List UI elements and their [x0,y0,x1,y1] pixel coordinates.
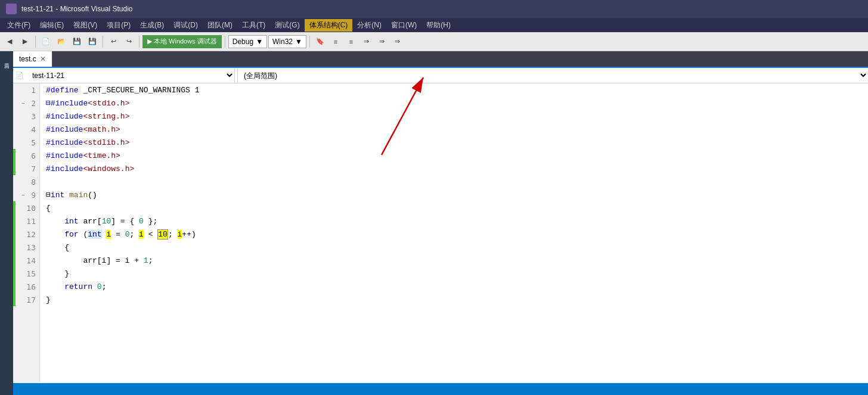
menu-test[interactable]: 测试(G) [270,19,304,32]
debug-config-arrow: ▼ [256,38,263,46]
debug-config-dropdown[interactable]: Debug ▼ [228,35,267,48]
toolbar-sep-1 [35,36,36,48]
menu-team[interactable]: 团队(M) [203,19,237,32]
code-line-8 [40,175,868,188]
navigate-back-btn[interactable]: ◀ [2,35,17,49]
menu-project[interactable]: 项目(P) [102,19,135,32]
title-bar: test-11-21 - Microsoft Visual Studio [0,0,868,18]
code-editor[interactable]: 1 − 2 3 4 5 6 7 8 − 9 1 [13,83,868,395]
align-left-btn[interactable]: ≡ [328,35,343,49]
save-all-btn[interactable]: 💾 [85,35,100,49]
menu-tools[interactable]: 工具(T) [237,19,270,32]
step-btn[interactable]: ⇒ [359,35,374,49]
menu-bar: 文件(F) 编辑(E) 视图(V) 项目(P) 生成(B) 调试(D) 团队(M… [0,18,868,32]
line-num-16: 16 [13,280,39,293]
line-num-11: 11 [13,214,39,228]
code-line-16: return 0; [40,280,868,293]
save-btn[interactable]: 💾 [70,35,84,49]
line-num-3: 3 [13,110,39,123]
line-num-6: 6 [13,149,39,162]
code-line-9: ⊟int main() [40,188,868,201]
bookmark-btn[interactable]: 🔖 [313,35,327,49]
line-num-2: − 2 [13,97,39,110]
line-num-4: 4 [13,123,39,136]
line-num-15: 15 [13,267,39,280]
toolbar-sep-4 [225,36,225,48]
platform-dropdown[interactable]: Win32 ▼ [268,35,306,48]
menu-analyze[interactable]: 分析(N) [352,19,386,32]
line-num-12: 12 [13,228,39,241]
debug-config-label: Debug [232,38,253,46]
redo-btn[interactable]: ↪ [122,35,136,49]
code-line-12: for (int i = 0; i < 10; i++) [40,228,868,241]
code-line-10: { [40,201,868,214]
code-line-14: arr[i] = i + 1; [40,254,868,267]
platform-arrow: ▼ [295,38,302,46]
line-num-10: 10 [13,201,39,214]
file-nav-select[interactable]: test-11-21 [26,68,235,83]
line-num-7: 7 [13,162,39,175]
menu-window[interactable]: 窗口(W) [386,19,421,32]
toolbar-sep-2 [103,36,103,48]
file-icon: 📄 [16,71,24,79]
line-num-8: 8 [13,175,39,188]
debug-label: 本地 Windows 调试器 [154,37,217,46]
nav-bar: 📄 test-11-21 (全局范围) [13,68,868,83]
code-line-5: #include<stdlib.h> [40,136,868,149]
sidebar-toolbox[interactable]: 工具箱 [1,54,12,64]
tab-bar: test.c ✕ [13,51,868,68]
open-file-btn[interactable]: 📂 [54,35,69,49]
line-num-9: − 9 [13,188,39,201]
menu-view[interactable]: 视图(V) [69,19,102,32]
menu-debug[interactable]: 调试(D) [169,19,203,32]
code-line-7: #include<windows.h> [40,162,868,175]
line-num-13: 13 [13,241,39,254]
step2-btn[interactable]: ⇒ [375,35,389,49]
undo-btn[interactable]: ↩ [106,35,120,49]
navigate-forward-btn[interactable]: ▶ [18,35,32,49]
left-sidebar: 工具箱 [0,51,13,395]
code-line-4: #include<math.h> [40,123,868,136]
code-line-2: ⊟#include<stdio.h> [40,97,868,110]
code-line-13: { [40,241,868,254]
code-line-11: int arr[10] = { 0 }; [40,214,868,228]
main-area: test.c ✕ 📄 test-11-21 (全局范围) 1 − 2 3 4 [13,51,868,395]
code-content[interactable]: #define _CRT_SECURE_NO_WARNINGS 1 ⊟#incl… [40,83,868,395]
menu-architecture[interactable]: 体系结构(C) [305,19,353,32]
menu-help[interactable]: 帮助(H) [421,19,455,32]
window-title: test-11-21 - Microsoft Visual Studio [21,5,133,13]
toolbar: ◀ ▶ 📄 📂 💾 💾 ↩ ↪ ▶ 本地 Windows 调试器 Debug ▼… [0,32,868,51]
tab-label: test.c [19,55,36,63]
scope-nav-select[interactable]: (全局范围) [238,68,868,83]
platform-label: Win32 [272,38,293,46]
step3-btn[interactable]: ⇒ [390,35,405,49]
align-right-btn[interactable]: ≡ [344,35,358,49]
code-line-1: #define _CRT_SECURE_NO_WARNINGS 1 [40,83,868,97]
line-num-14: 14 [13,254,39,267]
line-num-1: 1 [13,83,39,97]
start-debug-btn[interactable]: ▶ 本地 Windows 调试器 [142,35,222,48]
toolbar-sep-3 [139,36,140,48]
tab-test-c[interactable]: test.c ✕ [13,51,52,67]
menu-build[interactable]: 生成(B) [135,19,169,32]
menu-edit[interactable]: 编辑(E) [35,19,69,32]
tab-modified-indicator: ✕ [40,55,46,63]
code-line-6: #include<time.h> [40,149,868,162]
new-file-btn[interactable]: 📄 [39,35,53,49]
menu-file[interactable]: 文件(F) [2,19,35,32]
play-icon: ▶ [147,38,152,45]
line-numbers: 1 − 2 3 4 5 6 7 8 − 9 1 [13,83,40,395]
code-line-15: } [40,267,868,280]
line-num-5: 5 [13,136,39,149]
vs-logo-icon [6,4,17,14]
toolbar-sep-5 [309,36,310,48]
code-line-17: } [40,293,868,306]
line-num-17: 17 [13,293,39,306]
code-line-3: #include<string.h> [40,110,868,123]
status-bar [0,383,868,395]
